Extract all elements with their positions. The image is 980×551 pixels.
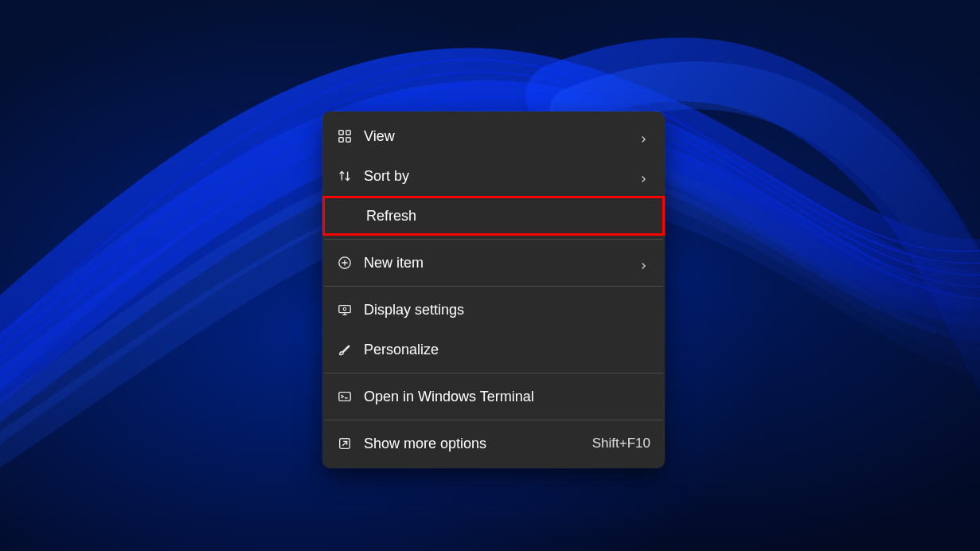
menu-item-personalize[interactable]: Personalize <box>322 330 665 369</box>
menu-item-label: New item <box>364 255 639 272</box>
menu-item-display-settings[interactable]: Display settings <box>322 290 665 330</box>
menu-item-label: View <box>364 128 639 145</box>
view-icon <box>337 128 353 144</box>
svg-rect-3 <box>346 138 350 142</box>
svg-rect-5 <box>339 306 350 313</box>
menu-item-label: Display settings <box>364 302 650 318</box>
brush-icon <box>337 342 353 358</box>
svg-rect-7 <box>339 393 350 401</box>
svg-rect-0 <box>339 131 343 135</box>
menu-item-label: Show more options <box>364 436 583 452</box>
menu-separator <box>324 286 663 287</box>
menu-item-label: Personalize <box>364 342 650 358</box>
display-icon <box>337 302 353 318</box>
menu-item-label: Open in Windows Terminal <box>364 389 650 405</box>
sort-icon <box>337 168 353 184</box>
chevron-right-icon <box>639 170 650 182</box>
svg-rect-1 <box>346 131 350 135</box>
menu-item-sort-by[interactable]: Sort by <box>322 156 665 196</box>
plus-circle-icon <box>337 255 353 271</box>
menu-item-refresh[interactable]: Refresh <box>322 196 665 236</box>
menu-separator <box>324 373 663 373</box>
svg-rect-2 <box>339 138 343 142</box>
chevron-right-icon <box>639 131 650 142</box>
svg-point-6 <box>343 307 346 311</box>
chevron-right-icon <box>639 257 650 268</box>
menu-item-new-item[interactable]: New item <box>322 243 665 283</box>
no-icon-spacer <box>339 208 355 224</box>
terminal-icon <box>337 389 353 404</box>
menu-separator <box>324 239 663 240</box>
menu-item-show-more-options[interactable]: Show more options Shift+F10 <box>322 424 665 463</box>
menu-item-label: Sort by <box>364 168 639 185</box>
menu-item-label: Refresh <box>366 208 648 225</box>
desktop-context-menu: View Sort by Refresh N <box>322 111 665 468</box>
menu-item-view[interactable]: View <box>322 116 665 156</box>
menu-item-shortcut: Shift+F10 <box>592 436 650 451</box>
menu-item-open-terminal[interactable]: Open in Windows Terminal <box>322 377 665 416</box>
menu-separator <box>324 420 663 420</box>
expand-icon <box>337 436 353 451</box>
